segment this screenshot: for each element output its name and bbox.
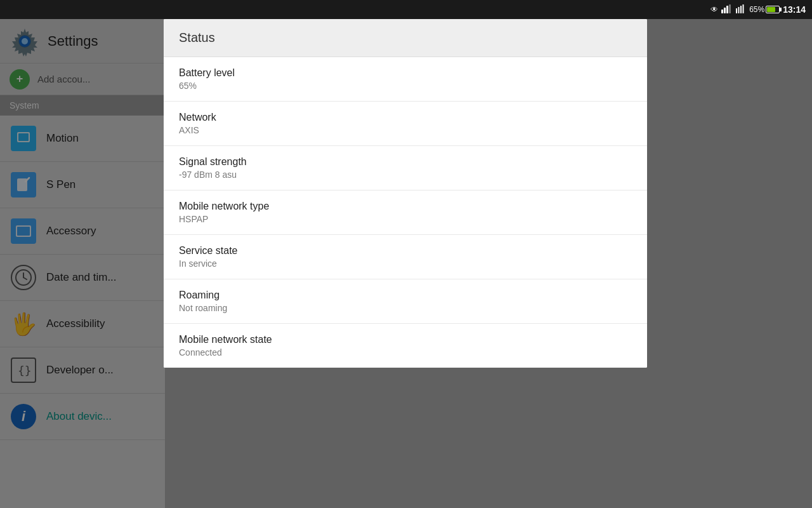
status-item-label: Mobile network type bbox=[179, 201, 632, 212]
svg-rect-0 bbox=[721, 10, 723, 13]
status-item-battery-level: Battery level65% bbox=[164, 57, 647, 102]
status-icons: 👁 65% 13:14 bbox=[710, 4, 806, 15]
status-item-label: Mobile network state bbox=[179, 334, 632, 345]
svg-rect-6 bbox=[740, 6, 742, 13]
signal-strength-icon bbox=[736, 4, 746, 15]
status-bar: 👁 65% 13:14 bbox=[0, 0, 812, 19]
battery-box bbox=[766, 6, 780, 13]
status-item-value: HSPAP bbox=[179, 214, 632, 224]
signal-bars-icon bbox=[721, 4, 733, 15]
status-item-value: Connected bbox=[179, 347, 632, 358]
status-item-label: Battery level bbox=[179, 67, 632, 79]
status-item-label: Network bbox=[179, 112, 632, 123]
battery-indicator: 65% bbox=[749, 5, 780, 14]
status-item-signal-strength: Signal strength-97 dBm 8 asu bbox=[164, 146, 647, 190]
status-item-label: Signal strength bbox=[179, 156, 632, 168]
status-item-value: Not roaming bbox=[179, 303, 632, 313]
status-item-service-state: Service stateIn service bbox=[164, 235, 647, 279]
status-item-value: AXIS bbox=[179, 125, 632, 135]
status-item-value: 65% bbox=[179, 81, 632, 91]
svg-rect-1 bbox=[724, 8, 726, 13]
status-item-label: Roaming bbox=[179, 290, 632, 301]
status-item-mobile-network-type: Mobile network typeHSPAP bbox=[164, 190, 647, 235]
battery-fill bbox=[767, 7, 775, 12]
modal-title: Status bbox=[179, 30, 215, 44]
status-time: 13:14 bbox=[783, 4, 806, 15]
modal-header: Status bbox=[164, 19, 647, 57]
status-item-label: Service state bbox=[179, 245, 632, 257]
svg-rect-3 bbox=[729, 4, 731, 13]
status-item-value: In service bbox=[179, 258, 632, 269]
status-item-mobile-network-state: Mobile network stateConnected bbox=[164, 324, 647, 368]
status-item-roaming: RoamingNot roaming bbox=[164, 279, 647, 324]
status-item-value: -97 dBm 8 asu bbox=[179, 170, 632, 180]
svg-rect-2 bbox=[726, 6, 728, 13]
status-item-network: NetworkAXIS bbox=[164, 102, 647, 146]
modal-body: Battery level65%NetworkAXISSignal streng… bbox=[164, 57, 647, 368]
battery-percent: 65% bbox=[749, 5, 764, 14]
svg-rect-4 bbox=[736, 8, 737, 13]
svg-rect-5 bbox=[738, 7, 740, 13]
svg-rect-7 bbox=[743, 4, 744, 13]
status-modal: Status Battery level65%NetworkAXISSignal… bbox=[164, 19, 647, 368]
eye-icon: 👁 bbox=[710, 5, 718, 14]
